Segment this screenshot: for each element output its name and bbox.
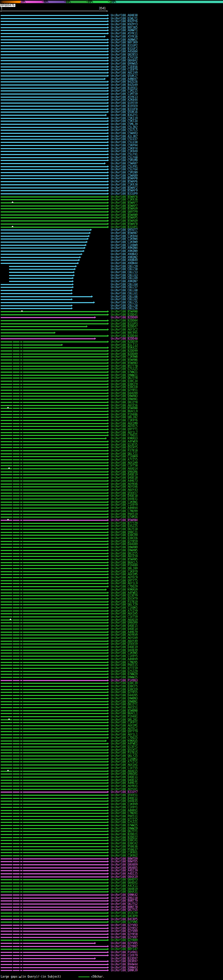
- hit-label[interactable]: UniRef100_Q9TYT5: [111, 579, 138, 582]
- hit-label[interactable]: UniRef100_B31UF0: [111, 108, 138, 111]
- hit-label[interactable]: UniRef100_C5K534: [111, 119, 138, 123]
- hit-label[interactable]: UniRef100_Q4QE15: [111, 624, 138, 627]
- hit-bar[interactable]: [1, 474, 107, 475]
- hit-label[interactable]: UniRef100_C1X0K1: [111, 757, 138, 760]
- hit-bar[interactable]: [1, 229, 90, 231]
- hit-bar[interactable]: [1, 184, 107, 185]
- hit-label[interactable]: UniRef100_B6ACL5: [111, 561, 138, 564]
- hit-label[interactable]: UniRef100_C1MT59: [111, 92, 138, 95]
- hit-bar[interactable]: [1, 48, 107, 49]
- hit-label[interactable]: UniRef100_Q96GR6: [111, 470, 138, 474]
- hit-bar[interactable]: [1, 139, 107, 140]
- hit-label[interactable]: UniRef100_B5WAN0: [111, 310, 138, 313]
- hit-label[interactable]: UniRef100_Q13EY9: [111, 594, 138, 597]
- hit-bar[interactable]: [1, 356, 107, 357]
- hit-bar[interactable]: [1, 429, 107, 430]
- hit-label[interactable]: UniRef100_C1K9Y1: [111, 721, 138, 724]
- hit-bar[interactable]: [1, 136, 107, 137]
- hit-bar[interactable]: [1, 438, 105, 439]
- hit-bar[interactable]: [1, 931, 107, 932]
- hit-label[interactable]: UniRef100_C7NU91: [111, 812, 138, 815]
- hit-label[interactable]: UniRef100_C1V755: [111, 767, 138, 770]
- hit-bar[interactable]: [1, 598, 107, 599]
- hit-label[interactable]: UniRef100_C5LFL5: [111, 129, 138, 132]
- hit-bar[interactable]: [1, 780, 107, 781]
- hit-bar[interactable]: [1, 30, 107, 31]
- hit-label[interactable]: UniRef100_C0LL56: [111, 307, 138, 310]
- hit-bar[interactable]: [1, 756, 107, 756]
- hit-bar[interactable]: [1, 909, 107, 910]
- hit-bar[interactable]: [1, 217, 107, 218]
- hit-bar[interactable]: [1, 248, 84, 248]
- hit-label[interactable]: UniRef100_P14963: [111, 679, 138, 682]
- hit-bar[interactable]: [1, 417, 107, 418]
- hit-label[interactable]: UniRef100_Q30CE9: [111, 688, 138, 691]
- hit-bar[interactable]: [1, 387, 107, 388]
- hit-bar[interactable]: [1, 604, 107, 605]
- hit-bar[interactable]: [1, 840, 107, 841]
- hit-label[interactable]: UniRef100_C5MLJ9: [111, 123, 138, 126]
- hit-label[interactable]: UniRef100_C0LL57: [111, 286, 138, 289]
- hit-bar[interactable]: [1, 659, 107, 660]
- hit-bar[interactable]: [1, 580, 107, 581]
- hit-label[interactable]: UniRef100_Q5VX57: [111, 492, 138, 495]
- hit-label[interactable]: UniRef100_A4H8V4: [111, 506, 138, 510]
- hit-bar[interactable]: [1, 51, 107, 52]
- hit-bar[interactable]: [1, 377, 107, 379]
- hit-label[interactable]: UniRef100_A6YKV1: [111, 784, 138, 788]
- hit-bar[interactable]: [1, 154, 107, 155]
- hit-label[interactable]: UniRef100_Q9QJ10: [111, 897, 138, 900]
- hit-bar[interactable]: [1, 873, 107, 874]
- hit-bar[interactable]: [1, 843, 107, 844]
- hit-bar[interactable]: [1, 907, 107, 908]
- hit-bar[interactable]: [1, 254, 81, 255]
- hit-label[interactable]: UniRef100_A4H671: [111, 781, 138, 784]
- hit-bar[interactable]: [1, 366, 107, 367]
- hit-label[interactable]: UniRef100_G7S325: [111, 368, 138, 371]
- hit-label[interactable]: UniRef100_Q5CHT1: [111, 748, 138, 752]
- hit-bar[interactable]: [1, 336, 107, 337]
- hit-label[interactable]: UniRef100_B31UP9: [111, 192, 138, 196]
- hit-label[interactable]: UniRef100_C5LF60: [111, 156, 138, 159]
- hit-label[interactable]: UniRef100_B5WAP5: [111, 216, 138, 220]
- hit-label[interactable]: UniRef100_A4N6V7: [111, 78, 138, 81]
- hit-bar[interactable]: [1, 444, 107, 445]
- hit-label[interactable]: UniRef100_P37B19: [111, 600, 138, 603]
- hit-bar[interactable]: [1, 734, 107, 735]
- hit-bar[interactable]: [1, 193, 107, 194]
- hit-bar[interactable]: [1, 456, 107, 457]
- hit-bar[interactable]: [1, 855, 107, 856]
- hit-label[interactable]: UniRef100_C7DQ25: [111, 736, 138, 740]
- hit-bar[interactable]: [1, 520, 107, 521]
- hit-bar[interactable]: [1, 242, 86, 243]
- hit-label[interactable]: UniRef100_B33D97: [111, 957, 138, 960]
- hit-label[interactable]: UniRef100_Q04DY3: [111, 878, 138, 881]
- hit-label[interactable]: UniRef100_C5M1M9: [111, 159, 138, 162]
- hit-bar[interactable]: [1, 251, 83, 252]
- hit-label[interactable]: UniRef100_Q6J5Y1: [111, 830, 138, 833]
- hit-bar[interactable]: [1, 900, 107, 901]
- hit-label[interactable]: UniRef100_C0LL69: [111, 277, 138, 280]
- hit-bar[interactable]: [1, 350, 107, 352]
- hit-bar[interactable]: [1, 940, 107, 941]
- hit-bar[interactable]: [1, 538, 107, 539]
- hit-bar[interactable]: [1, 671, 107, 672]
- hit-label[interactable]: UniRef100_C7NU95: [111, 661, 138, 664]
- hit-bar[interactable]: [1, 175, 107, 176]
- hit-label[interactable]: UniRef100_Q38C39: [111, 682, 138, 685]
- hit-bar[interactable]: [1, 399, 107, 400]
- hit-bar[interactable]: [1, 308, 71, 309]
- hit-label[interactable]: UniRef100_Q2YB89: [111, 939, 138, 942]
- hit-label[interactable]: UniRef100_Q38C34: [111, 380, 138, 383]
- hit-label[interactable]: UniRef100_Q2YB87: [111, 945, 138, 948]
- hit-bar[interactable]: [1, 15, 107, 16]
- hit-label[interactable]: UniRef100_B5WAF9: [111, 189, 138, 192]
- hit-bar[interactable]: [1, 894, 107, 896]
- hit-bar[interactable]: [1, 949, 107, 950]
- hit-bar[interactable]: [1, 625, 107, 627]
- hit-label[interactable]: UniRef100_O7WW25: [111, 824, 138, 827]
- hit-bar[interactable]: [1, 680, 107, 681]
- hit-label[interactable]: UniRef100_B2DD44: [111, 334, 138, 337]
- hit-bar[interactable]: [1, 768, 107, 768]
- hit-bar[interactable]: [1, 202, 107, 204]
